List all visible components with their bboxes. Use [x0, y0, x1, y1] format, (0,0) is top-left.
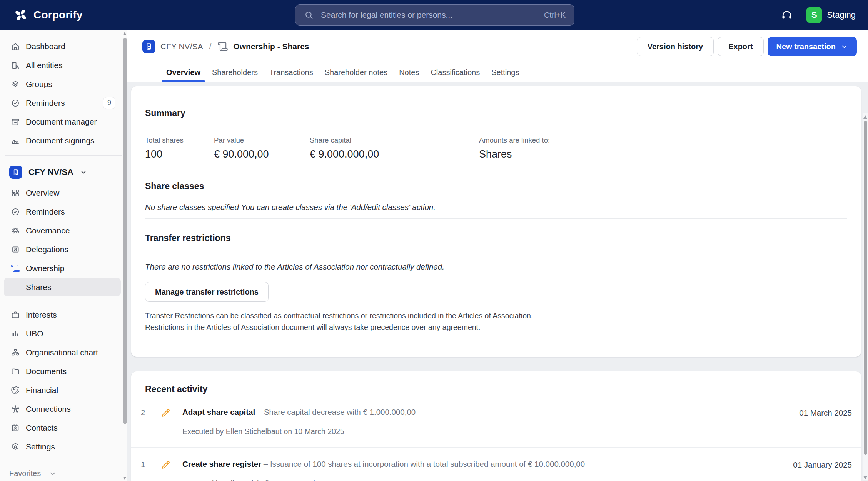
sidebar-item-interests[interactable]: Interests: [4, 305, 121, 324]
activity-title-line: Create share register – Issuance of 100 …: [182, 459, 585, 468]
page-header: CFY NV/SA / Ownership - Shares Version h…: [127, 30, 868, 63]
tab-shareholders[interactable]: Shareholders: [212, 68, 258, 82]
activity-date: 01 March 2025: [799, 408, 852, 418]
sidebar-item-document-signings[interactable]: Document signings: [4, 131, 121, 150]
sidebar-item-entity-reminders[interactable]: Reminders: [4, 202, 121, 221]
description-line: Restrictions in the Articles of Associat…: [145, 321, 847, 333]
search-input[interactable]: Search for legal entities or persons... …: [295, 4, 574, 26]
sidebar-item-label: All entities: [26, 61, 63, 70]
section-divider: [131, 171, 861, 171]
tab-notes[interactable]: Notes: [399, 68, 419, 82]
grid-icon: [11, 188, 20, 198]
sidebar-item-all-entities[interactable]: All entities: [4, 56, 121, 75]
section-divider: [145, 218, 847, 219]
building-people-icon: [11, 61, 20, 70]
tab-overview[interactable]: Overview: [166, 68, 201, 82]
sidebar-item-delegations[interactable]: Delegations: [4, 240, 121, 259]
sidebar-item-label: Settings: [26, 442, 55, 451]
transfer-restrictions-description: Transfer Restrictions can be classified …: [145, 310, 847, 333]
sidebar-item-label: Documents: [26, 367, 67, 376]
sidebar-item-governance[interactable]: Governance: [4, 221, 121, 240]
scrollbar-down-arrow[interactable]: [123, 477, 126, 480]
building-square-icon[interactable]: [142, 40, 155, 53]
pencil-icon: [161, 408, 171, 418]
sidebar-item-shares[interactable]: Shares: [4, 278, 121, 296]
topbar: Corporify Search for legal entities or p…: [0, 0, 868, 30]
breadcrumb-separator: /: [209, 42, 211, 51]
transfer-restrictions-title: Transfer restrictions: [145, 233, 847, 243]
recent-activity-card: Recent activity 2 Adapt share capital – …: [131, 371, 861, 481]
activity-number: 1: [141, 459, 161, 469]
version-history-button[interactable]: Version history: [637, 37, 714, 56]
check-circle-icon: [11, 207, 20, 216]
entity-name: CFY NV/SA: [28, 167, 73, 177]
folder-icon: [11, 367, 20, 376]
stat-share-capital: Share capital € 9.000.000,00: [310, 136, 479, 160]
sidebar-item-label: Connections: [26, 404, 71, 414]
brand-logo[interactable]: Corporify: [13, 0, 83, 30]
sidebar-item-ownership[interactable]: Ownership: [4, 259, 121, 278]
scrollbar-up-arrow[interactable]: [123, 32, 126, 35]
sidebar-item-document-manager[interactable]: Document manager: [4, 112, 121, 131]
tab-transactions[interactable]: Transactions: [269, 68, 314, 82]
headset-icon[interactable]: [781, 9, 793, 21]
sidebar-item-label: Groups: [26, 80, 52, 89]
activity-description: – Issuance of 100 shares at incorporatio…: [264, 459, 585, 468]
activity-executed-by: Executed by Ellen Stichelbaut on 10 Marc…: [182, 427, 799, 436]
sidebar-item-entity-overview[interactable]: Overview: [4, 183, 121, 202]
scrollbar-thumb[interactable]: [123, 38, 127, 424]
briefcase-icon: [11, 310, 20, 320]
tab-settings[interactable]: Settings: [491, 68, 519, 82]
brand-name: Corporify: [33, 9, 83, 21]
avatar[interactable]: S: [806, 7, 822, 23]
manage-transfer-restrictions-button[interactable]: Manage transfer restrictions: [145, 282, 269, 302]
sidebar-item-settings[interactable]: Settings: [4, 437, 121, 456]
header-actions: Version history Export New transaction: [637, 37, 857, 56]
export-button[interactable]: Export: [718, 37, 763, 56]
sidebar: Dashboard All entities Groups: [0, 30, 127, 481]
sidebar-item-connections[interactable]: Connections: [4, 399, 121, 418]
sidebar-spacer: [0, 296, 127, 305]
sidebar-item-label: Document manager: [26, 117, 97, 126]
sidebar-item-contacts[interactable]: Contacts: [4, 418, 121, 437]
stat-par-value: Par value € 90.000,00: [214, 136, 310, 160]
network-icon: [11, 404, 20, 414]
handshake-icon: [11, 386, 20, 395]
summary-stats: Total shares 100 Par value € 90.000,00 S…: [145, 136, 847, 160]
new-transaction-button[interactable]: New transaction: [768, 37, 857, 56]
main-scrollbar[interactable]: [863, 113, 868, 480]
tab-classifications[interactable]: Classifications: [430, 68, 480, 82]
sidebar-item-label: Organisational chart: [26, 348, 98, 357]
contact-card-icon: [11, 423, 20, 433]
sidebar-item-reminders[interactable]: Reminders 9: [4, 93, 121, 112]
sidebar-item-organisational-chart[interactable]: Organisational chart: [4, 343, 121, 362]
scrollbar-up-arrow[interactable]: [863, 115, 867, 119]
activity-row[interactable]: 1 Create share register – Issuance of 10…: [131, 448, 861, 481]
pencil-icon: [161, 459, 171, 470]
overview-card: Summary Total shares 100 Par value € 90.…: [131, 86, 861, 357]
sidebar-item-documents[interactable]: Documents: [4, 362, 121, 381]
stat-amounts-linked: Amounts are linked to: Shares: [479, 136, 550, 160]
activity-row[interactable]: 2 Adapt share capital – Share capital de…: [131, 394, 861, 436]
tab-bar: Overview Shareholders Transactions Share…: [127, 63, 868, 82]
search-shortcut: Ctrl+K: [544, 11, 566, 20]
breadcrumb-entity[interactable]: CFY NV/SA: [160, 42, 203, 51]
topbar-right: S Staging: [781, 0, 856, 30]
share-classes-empty-text: No share classes specified You can creat…: [145, 203, 847, 212]
sidebar-item-groups[interactable]: Groups: [4, 75, 121, 93]
scroll-icon: [11, 264, 20, 273]
sidebar-scrollbar[interactable]: [123, 32, 127, 480]
sidebar-item-label: UBO: [26, 329, 43, 338]
sidebar-item-financial[interactable]: Financial: [4, 381, 121, 399]
settings-icon: [11, 442, 20, 451]
sidebar-item-ubo[interactable]: UBO: [4, 324, 121, 343]
stat-label: Par value: [214, 136, 310, 145]
scrollbar-down-arrow[interactable]: [863, 476, 867, 479]
scrollbar-thumb[interactable]: [864, 121, 867, 455]
sidebar-favorites-toggle[interactable]: Favorites: [9, 469, 57, 478]
tab-shareholder-notes[interactable]: Shareholder notes: [324, 68, 388, 82]
sidebar-item-dashboard[interactable]: Dashboard: [4, 37, 121, 56]
sidebar-entity-switcher[interactable]: CFY NV/SA: [4, 161, 121, 183]
sidebar-item-label: Delegations: [26, 245, 68, 254]
chevron-down-icon: [841, 43, 848, 50]
